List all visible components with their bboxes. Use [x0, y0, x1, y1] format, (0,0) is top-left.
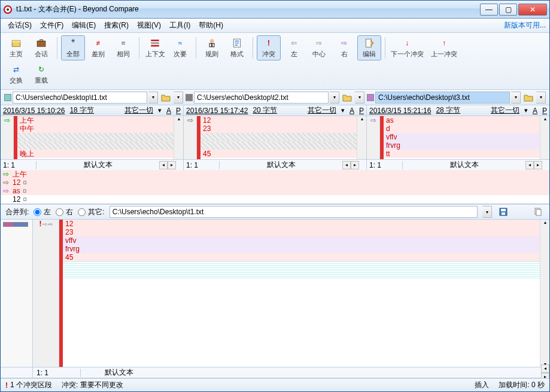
center-path-input[interactable]: C:\Users\echo\Desktop\t2.txt	[194, 92, 329, 104]
menu-view[interactable]: 视图(V)	[133, 19, 165, 32]
center-path-dropdown[interactable]: ▾	[330, 92, 339, 104]
menu-help[interactable]: 帮助(H)	[195, 19, 227, 32]
save-button[interactable]	[497, 206, 510, 218]
merge-opt-right[interactable]: 右	[56, 207, 73, 217]
close-button[interactable]: ✕	[518, 4, 547, 16]
diff-row[interactable]: ⇨上午	[1, 170, 549, 178]
rules-button[interactable]: 规则	[200, 35, 224, 60]
menu-tools[interactable]: 工具(I)	[166, 19, 194, 32]
center-browse-button[interactable]	[341, 92, 354, 104]
next-conflict-button[interactable]: ↓下一个冲突	[389, 35, 425, 60]
center-a[interactable]: A	[350, 107, 354, 115]
right-filter[interactable]: 其它一切	[491, 105, 519, 116]
exclaim-icon: !	[5, 381, 8, 390]
right-browse-button[interactable]	[522, 92, 535, 104]
diff-row[interactable]: ⇨as¤	[1, 187, 549, 195]
merge-opt-other[interactable]: 其它:	[78, 207, 104, 217]
same-button[interactable]: =相同	[111, 35, 135, 60]
briefcase-icon	[36, 38, 47, 48]
center-button[interactable]: ⇨中心	[307, 35, 331, 60]
merge-radio-left[interactable]	[34, 208, 41, 216]
merge-path-dropdown[interactable]: ▾	[482, 206, 492, 218]
minimize-button[interactable]: —	[480, 4, 498, 16]
home-button[interactable]: 主页	[4, 35, 28, 60]
left-text[interactable]: 上午 中午 晚上	[17, 116, 174, 159]
menu-file[interactable]: 文件(F)	[37, 19, 67, 32]
menu-search[interactable]: 搜索(R)	[101, 19, 132, 32]
left-p[interactable]: P	[176, 107, 181, 115]
merge-pane: !⇨⇨ 12 23 vffv frvrg 45 ▴▾	[1, 220, 549, 367]
center-text[interactable]: 12 23 45	[200, 116, 357, 159]
thumbnail-column[interactable]	[1, 220, 33, 367]
right-path-input[interactable]: C:\Users\echo\Desktop\t3.txt	[375, 92, 510, 104]
swap-button[interactable]: ⇄交换	[4, 62, 28, 87]
left-browse-button[interactable]	[159, 92, 172, 104]
thumbnail-icon	[3, 222, 28, 227]
left-scrollbar[interactable]: ▴	[174, 116, 183, 159]
left-path-input[interactable]: C:\Users\echo\Desktop\t1.txt	[13, 92, 147, 104]
merge-radio-right[interactable]	[56, 208, 63, 216]
maximize-button[interactable]: ▢	[499, 4, 517, 16]
right-pane-body[interactable]: ⇨ as d vffv frvrg tt ▴	[367, 116, 549, 159]
prev-conflict-button[interactable]: ↑上一冲突	[426, 35, 462, 60]
all-button[interactable]: *全部	[61, 35, 85, 60]
svg-rect-16	[501, 209, 506, 211]
center-browse-dropdown[interactable]: ▾	[355, 92, 364, 104]
center-pane-body[interactable]: ⇨ 12 23 45 ▴	[184, 116, 366, 159]
scroll-right-button[interactable]: ▸	[168, 161, 176, 169]
conflict-button[interactable]: !冲突	[257, 35, 281, 60]
svg-rect-7	[151, 42, 159, 43]
right-p[interactable]: P	[542, 107, 547, 115]
right-a[interactable]: A	[533, 107, 537, 115]
right-path-dropdown[interactable]: ▾	[511, 92, 521, 104]
arrow-icon: ⇨	[3, 178, 10, 187]
right-button[interactable]: ⇨右	[332, 35, 356, 60]
diffs-button[interactable]: ≠差别	[86, 35, 110, 60]
right-encoding: 默认文本	[403, 160, 525, 170]
minor-button[interactable]: ≈次要	[168, 35, 192, 60]
merge-text[interactable]: 12 23 vffv frvrg 45	[63, 220, 540, 367]
scroll-left-button[interactable]: ◂	[159, 161, 168, 169]
titlebar: t1.txt - 文本合并(E) - Beyond Compare — ▢ ✕	[1, 1, 549, 19]
right-text[interactable]: as d vffv frvrg tt	[384, 116, 540, 159]
left-button[interactable]: ⇦左	[282, 35, 306, 60]
new-version-link[interactable]: 新版本可用...	[504, 20, 546, 31]
context-button[interactable]: 上下文	[143, 35, 167, 60]
left-pane-header: 2016/3/15 15:10:26 18 字节 其它一切▾ A P	[1, 105, 183, 116]
app-icon	[3, 5, 13, 14]
diff-row[interactable]: ⇨12¤	[1, 178, 549, 187]
sessions-button[interactable]: 会话	[29, 35, 53, 60]
diff-row[interactable]: 12¤	[1, 195, 549, 203]
left-path-dropdown[interactable]: ▾	[148, 92, 158, 104]
center-color-icon	[186, 94, 193, 101]
left-pane-body[interactable]: ⇨ 上午 中午 晚上 ▴	[1, 116, 183, 159]
insert-mode: 插入	[475, 380, 489, 390]
center-scrollbar[interactable]: ▴	[357, 116, 366, 159]
center-filter[interactable]: 其它一切	[308, 105, 336, 116]
format-button[interactable]: 格式	[225, 35, 249, 60]
merge-scrollbar[interactable]: ▴▾	[540, 220, 549, 367]
pathbar: C:\Users\echo\Desktop\t1.txt ▾ ▾ C:\User…	[1, 90, 549, 105]
asterisk-icon: *	[68, 38, 78, 48]
edit-button[interactable]: 编辑	[357, 35, 381, 60]
merge-radio-other[interactable]	[78, 208, 86, 216]
right-scrollbar[interactable]: ▴	[540, 116, 549, 159]
left-a[interactable]: A	[166, 107, 171, 115]
reload-button[interactable]: ↻重载	[29, 62, 53, 87]
menu-session[interactable]: 会话(S)	[4, 19, 35, 32]
reload-icon: ↻	[36, 64, 47, 75]
left-filter[interactable]: 其它一切	[124, 105, 153, 116]
scroll-left-button[interactable]: ◂	[541, 364, 549, 373]
merge-opt-left[interactable]: 左	[34, 207, 51, 217]
copy-button[interactable]	[531, 206, 545, 218]
arrow-icon: ⇨	[48, 221, 53, 227]
merge-path-input[interactable]: C:\Users\echo\Desktop\t1.txt	[110, 206, 478, 218]
merge-to-label: 合并到:	[5, 207, 29, 217]
left-browse-dropdown[interactable]: ▾	[174, 92, 183, 104]
exclaim-icon: !	[39, 220, 42, 228]
conflict-desc: 冲突: 重要不同更改	[62, 380, 123, 390]
center-p[interactable]: P	[359, 107, 364, 115]
center-pos: 1: 1	[184, 161, 220, 169]
right-browse-dropdown[interactable]: ▾	[536, 92, 546, 104]
menu-edit[interactable]: 编辑(E)	[68, 19, 99, 32]
